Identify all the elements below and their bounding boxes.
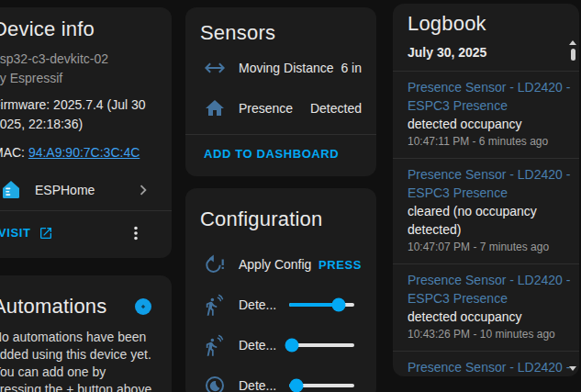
config-row-apply: Apply Config PRESS [200, 244, 362, 285]
mac-link[interactable]: 94:A9:90:7C:3C:4C [28, 145, 140, 160]
automations-title: Automations [0, 294, 107, 319]
logbook-message: cleared (no occupancy detected) [408, 202, 564, 239]
middle-column: Sensors Moving Distance 6 in Presence De… [185, 7, 376, 392]
press-button[interactable]: PRESS [318, 258, 362, 272]
automations-card: Automations No automations have been add… [0, 275, 172, 392]
device-actions: VISIT [0, 211, 157, 254]
device-name: esp32-c3-devkitc-02 [0, 50, 157, 69]
device-info-title: Device info [0, 17, 157, 42]
scrollbar-down-arrow-icon[interactable] [569, 366, 576, 371]
scrollbar-thumb[interactable] [571, 49, 575, 61]
slider-thumb[interactable] [285, 339, 298, 353]
add-to-dashboard-button[interactable]: ADD TO DASHBOARD [204, 147, 339, 161]
config-label: Dete... [239, 297, 289, 312]
logbook-entity-link[interactable]: Presence Sensor - LD2420 - ESPC3 Presenc… [408, 165, 571, 202]
logbook-entry: Presence Sensor - LD2420 - ESPC3 Presenc… [408, 72, 564, 158]
left-column: Device info esp32-c3-devkitc-02 by Espre… [0, 7, 172, 392]
logbook-entry: Presence Sensor - LD2420 - ESPC3 Presenc… [408, 264, 564, 351]
scrollbar-up-arrow-icon[interactable] [569, 40, 576, 45]
configuration-card: Configuration Apply Config PRESS [185, 188, 376, 392]
device-firmware: Firmware: 2025.7.4 (Jul 30 2025, 22:18:3… [0, 95, 158, 134]
device-manufacturer: by Espressif [0, 69, 157, 88]
arrow-left-right-icon [204, 57, 226, 79]
configuration-title: Configuration [200, 207, 362, 232]
overflow-menu-button[interactable] [126, 223, 146, 243]
open-in-new-icon [39, 226, 53, 241]
sensor-row-presence[interactable]: Presence Detected [200, 88, 362, 129]
logbook-timestamp: 10:47:11 PM - 6 minutes ago [408, 133, 564, 150]
device-mac: MAC: 94:A9:90:7C:3C:4C [0, 143, 157, 162]
right-column: Logbook July 30, 2025 Presence Sensor - … [393, 4, 579, 376]
ha-device-page: Device info esp32-c3-devkitc-02 by Espre… [0, 0, 581, 392]
mac-label: MAC: [0, 145, 25, 160]
visit-button[interactable]: VISIT [0, 226, 53, 241]
slider-thumb[interactable] [331, 298, 345, 312]
plus-icon [140, 300, 146, 313]
sensors-title: Sensors [200, 20, 362, 46]
restart-alert-icon [204, 253, 226, 275]
logbook-timestamp: 10:47:07 PM - 7 minutes ago [408, 239, 564, 255]
home-icon [204, 97, 226, 119]
config-row-slider-3: Dete... [200, 365, 362, 392]
config-label: Dete... [239, 338, 289, 353]
logbook-entry: Presence Sensor - LD2420 - ESPC3 Presenc… [408, 159, 564, 263]
sensor-label: Moving Distance [239, 61, 341, 75]
visit-label: VISIT [0, 226, 31, 240]
config-label: Dete... [239, 378, 289, 392]
logbook-message: detected occupancy [408, 115, 564, 133]
config-slider[interactable] [289, 384, 354, 387]
sensor-row-moving-distance[interactable]: Moving Distance 6 in [200, 48, 362, 88]
motion-sensor-icon [204, 294, 226, 316]
sensor-value: Detected [310, 101, 362, 116]
slider-thumb[interactable] [289, 379, 303, 392]
logbook-entity-link[interactable]: Presence Sensor - LD2420 - ESPC3 Presenc… [408, 358, 571, 376]
config-slider[interactable] [289, 343, 354, 347]
logbook-title: Logbook [408, 11, 564, 37]
motion-sensor-icon [204, 334, 226, 356]
config-row-slider-2: Dete... [200, 325, 362, 365]
logbook-card: Logbook July 30, 2025 Presence Sensor - … [393, 4, 579, 376]
sensor-label: Presence [239, 101, 310, 116]
logbook-timestamp: 10:43:26 PM - 10 minutes ago [408, 326, 564, 342]
esphome-logo-icon [0, 179, 22, 201]
logbook-entry: Presence Sensor - LD2420 - ESPC3 Presenc… [408, 352, 564, 376]
chevron-right-icon [133, 180, 153, 200]
add-to-dashboard-label: ADD TO DASHBOARD [204, 147, 339, 161]
device-info-card: Device info esp32-c3-devkitc-02 by Espre… [0, 7, 172, 258]
logbook-message: detected occupancy [408, 308, 564, 326]
add-automation-button[interactable] [135, 298, 151, 315]
moon-circle-icon [204, 375, 226, 392]
config-label: Apply Config [239, 257, 318, 272]
config-row-slider-1: Dete... [200, 285, 362, 325]
logbook-entity-link[interactable]: Presence Sensor - LD2420 - ESPC3 Presenc… [408, 271, 571, 308]
esphome-integration-row[interactable]: ESPHome [0, 170, 157, 210]
logbook-date-header: July 30, 2025 [408, 45, 564, 60]
sensor-value: 6 in [341, 61, 362, 75]
logbook-entity-link[interactable]: Presence Sensor - LD2420 - ESPC3 Presenc… [408, 78, 571, 115]
config-slider[interactable] [289, 303, 354, 307]
sensors-card: Sensors Moving Distance 6 in Presence De… [185, 7, 376, 176]
integration-label: ESPHome [35, 183, 120, 197]
automations-empty-text: No automations have been added using thi… [0, 329, 157, 392]
logbook-scrollbar[interactable] [568, 40, 577, 376]
